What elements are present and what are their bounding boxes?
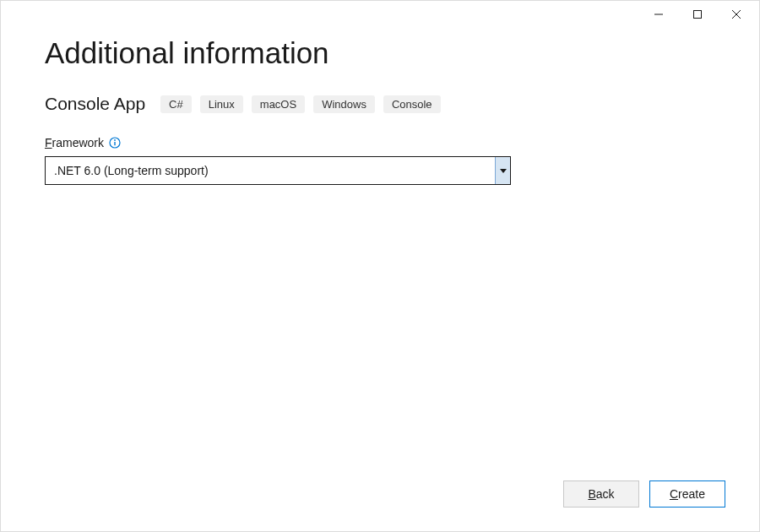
back-button[interactable]: Back: [563, 480, 639, 508]
svg-marker-7: [500, 169, 507, 173]
framework-dropdown[interactable]: .NET 6.0 (Long-term support): [45, 156, 511, 185]
tag-csharp: C#: [160, 95, 192, 113]
page-title: Additional information: [45, 36, 715, 70]
svg-point-5: [114, 139, 116, 141]
window-titlebar: [1, 1, 759, 28]
tag-linux: Linux: [200, 95, 243, 113]
svg-rect-1: [694, 11, 702, 19]
create-button[interactable]: Create: [649, 480, 725, 508]
tag-windows: Windows: [313, 95, 375, 113]
minimize-button[interactable]: [639, 2, 678, 27]
project-type-label: Console App: [45, 94, 145, 114]
framework-selected-value: .NET 6.0 (Long-term support): [46, 157, 495, 184]
close-icon: [732, 10, 741, 19]
info-icon[interactable]: [109, 137, 121, 149]
close-button[interactable]: [717, 2, 756, 27]
content-area: Additional information Console App C# Li…: [1, 28, 759, 185]
minimize-icon: [654, 10, 663, 19]
framework-label-row: Framework: [45, 136, 715, 149]
maximize-icon: [693, 10, 702, 19]
tag-macos: macOS: [252, 95, 305, 113]
footer-buttons: Back Create: [563, 480, 725, 508]
dropdown-toggle-button[interactable]: [495, 157, 510, 184]
tag-console: Console: [383, 95, 441, 113]
subtitle-row: Console App C# Linux macOS Windows Conso…: [45, 94, 715, 114]
chevron-down-icon: [500, 169, 507, 173]
framework-label: Framework: [45, 136, 104, 149]
maximize-button[interactable]: [678, 2, 717, 27]
svg-rect-6: [114, 142, 115, 145]
